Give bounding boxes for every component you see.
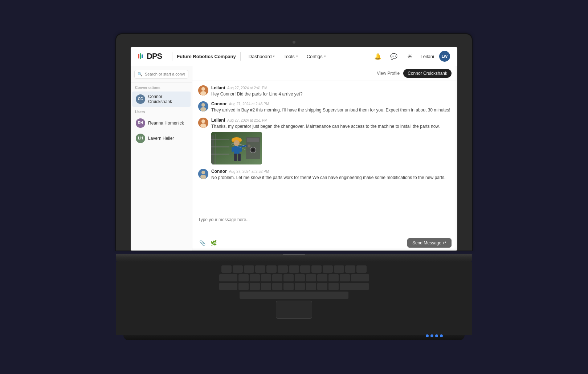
msg-text-1: Hey Connor! Did the parts for Line 4 arr… [211, 91, 452, 97]
svg-rect-12 [215, 134, 216, 164]
svg-point-1 [201, 87, 205, 91]
sidebar-item-lavern[interactable]: LH Lavern Heller [132, 131, 191, 146]
key [219, 283, 237, 290]
key [311, 265, 322, 273]
view-profile-link[interactable]: View Profile [377, 71, 400, 76]
svg-rect-15 [211, 154, 229, 155]
key [238, 283, 249, 290]
lavern-avatar: LH [136, 134, 145, 143]
nav-username: Leilani [420, 54, 434, 59]
input-icons: 📎 🌿 [198, 239, 218, 247]
key [238, 274, 249, 281]
send-message-button[interactable]: Send Message ↵ [407, 238, 452, 248]
key [272, 283, 282, 290]
key [278, 265, 288, 273]
key [272, 274, 282, 281]
message-body-2: Connor Aug 27, 2024 at 2:46 PM They arri… [211, 101, 452, 113]
configs-chevron-icon: ▾ [324, 54, 326, 58]
chat-input-area: 📎 🌿 Send Message ↵ [192, 214, 457, 251]
indicator-dots [426, 334, 443, 337]
leilani-avatar-2 [198, 118, 208, 128]
nav-divider [172, 52, 172, 61]
key [345, 265, 355, 273]
svg-point-32 [200, 175, 206, 179]
key [283, 283, 294, 290]
msg-author-4: Connor [211, 169, 227, 174]
connor-avatar-1 [198, 101, 208, 111]
reanna-name: Reanna Homenick [148, 121, 184, 126]
key [334, 265, 344, 273]
logo-text: DPS [147, 52, 162, 61]
dps-logo-icon [138, 53, 143, 59]
msg-text-2: They arrived in Bay #2 this morning. I'l… [211, 107, 452, 113]
sidebar-search-area: 🔍 [131, 66, 192, 83]
conversations-label: Conversations [131, 83, 192, 91]
svg-rect-21 [240, 146, 242, 152]
nav-avatar[interactable]: LW [439, 51, 450, 62]
key [233, 265, 243, 273]
reanna-avatar: RH [136, 118, 145, 128]
nav-tools[interactable]: Tools ▾ [280, 52, 301, 61]
nav-configs[interactable]: Configs ▾ [303, 52, 330, 61]
message-body-1: Leilani Aug 27, 2024 at 2:41 PM Hey Conn… [211, 85, 452, 97]
msg-text-4: No problem. Let me know if the parts wor… [211, 175, 452, 181]
msg-image [211, 132, 262, 164]
key [261, 283, 271, 290]
key [261, 274, 271, 281]
svg-point-2 [200, 91, 206, 95]
notification-bell-icon[interactable]: 🔔 [372, 51, 383, 62]
sidebar: 🔍 Conversations CC Connor Cruickshank Us… [131, 66, 192, 251]
indicator-dot [435, 334, 438, 337]
lavern-name: Lavern Heller [148, 136, 174, 141]
company-name: Future Robotics Company [177, 54, 236, 59]
key [340, 283, 369, 290]
key [356, 265, 367, 273]
keyboard [127, 265, 461, 299]
msg-time-2: Aug 27, 2024 at 2:46 PM [229, 102, 269, 106]
search-input-wrap[interactable]: 🔍 [134, 70, 188, 79]
key [340, 274, 350, 281]
laptop-bottom [123, 335, 465, 340]
message-row: Connor Aug 27, 2024 at 2:46 PM They arri… [198, 101, 452, 113]
key [323, 265, 333, 273]
settings-sun-icon[interactable]: ☀ [404, 51, 415, 62]
key [250, 283, 260, 290]
nav-items: Dashboard ▾ Tools ▾ Configs ▾ [245, 52, 330, 61]
message-row: Leilani Aug 27, 2024 at 2:51 PM Thanks, … [198, 118, 452, 164]
svg-point-29 [252, 149, 254, 151]
msg-time-1: Aug 27, 2024 at 2:41 PM [227, 86, 268, 90]
key [317, 274, 327, 281]
message-body-3: Leilani Aug 27, 2024 at 2:51 PM Thanks, … [211, 118, 452, 164]
laptop-camera [293, 41, 295, 44]
key [295, 283, 305, 290]
chat-messages: Leilani Aug 27, 2024 at 2:41 PM Hey Conn… [192, 81, 457, 214]
chat-bubble-icon[interactable]: 💬 [388, 51, 399, 62]
svg-point-8 [200, 123, 206, 128]
svg-rect-27 [247, 138, 259, 142]
sidebar-item-reanna[interactable]: RH Reanna Homenick [132, 116, 191, 130]
tools-chevron-icon: ▾ [296, 54, 298, 58]
msg-text-3: Thanks, my operator just began the chang… [211, 123, 452, 130]
nav-divider-2 [240, 52, 241, 61]
chat-header: View Profile Connor Cruickshank [192, 66, 457, 81]
key [266, 265, 277, 273]
chat-username-badge: Connor Cruickshank [403, 69, 452, 78]
svg-point-7 [201, 119, 205, 123]
key [244, 265, 254, 273]
emoji-icon[interactable]: 🌿 [209, 239, 218, 247]
spacebar [240, 292, 348, 299]
connor-name: Connor Cruickshank [148, 94, 187, 104]
message-input[interactable] [198, 217, 452, 235]
sidebar-item-connor[interactable]: CC Connor Cruickshank [132, 92, 191, 107]
message-body-4: Connor Aug 27, 2024 at 2:52 PM No proble… [211, 169, 452, 181]
key [221, 265, 232, 273]
key [255, 265, 265, 273]
key [306, 283, 316, 290]
indicator-dot [426, 334, 429, 337]
search-input[interactable] [145, 72, 185, 76]
key [250, 274, 260, 281]
attachment-icon[interactable]: 📎 [198, 239, 207, 247]
key [295, 274, 305, 281]
nav-dashboard[interactable]: Dashboard ▾ [245, 52, 279, 61]
svg-rect-13 [211, 139, 229, 140]
